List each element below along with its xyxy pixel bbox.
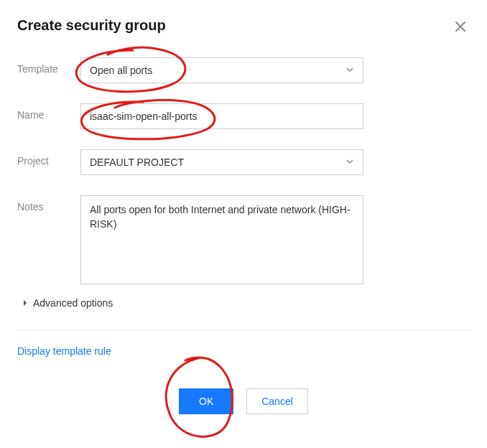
dialog-title: Create security group: [17, 17, 166, 34]
notes-textarea[interactable]: [80, 195, 363, 284]
ok-button[interactable]: OK: [179, 388, 233, 414]
template-select[interactable]: Open all ports: [80, 57, 363, 83]
advanced-options-toggle[interactable]: Advanced options: [22, 297, 470, 309]
dialog-footer: OK Cancel: [17, 388, 470, 414]
row-notes: Notes: [17, 195, 470, 287]
row-template: Template Open all ports: [17, 57, 470, 83]
row-name: Name: [17, 103, 470, 129]
display-template-rule-link[interactable]: Display template rule: [17, 345, 470, 357]
name-input[interactable]: [80, 103, 363, 129]
advanced-options-label: Advanced options: [33, 297, 113, 309]
chevron-down-icon: [345, 64, 354, 77]
project-select[interactable]: DEFAULT PROJECT: [80, 149, 363, 175]
dialog-header: Create security group: [17, 17, 470, 36]
caret-right-icon: [22, 297, 29, 309]
close-icon: [454, 20, 467, 33]
label-project: Project: [17, 149, 80, 167]
create-security-group-dialog: Create security group Template Open all …: [0, 0, 487, 431]
template-select-value: Open all ports: [90, 65, 152, 76]
label-notes: Notes: [17, 195, 80, 213]
close-button[interactable]: [451, 17, 470, 36]
row-project: Project DEFAULT PROJECT: [17, 149, 470, 175]
label-template: Template: [17, 57, 80, 75]
cancel-button[interactable]: Cancel: [246, 388, 308, 414]
label-name: Name: [17, 103, 80, 121]
project-select-value: DEFAULT PROJECT: [90, 157, 184, 168]
divider: [17, 330, 470, 331]
chevron-down-icon: [345, 156, 354, 169]
